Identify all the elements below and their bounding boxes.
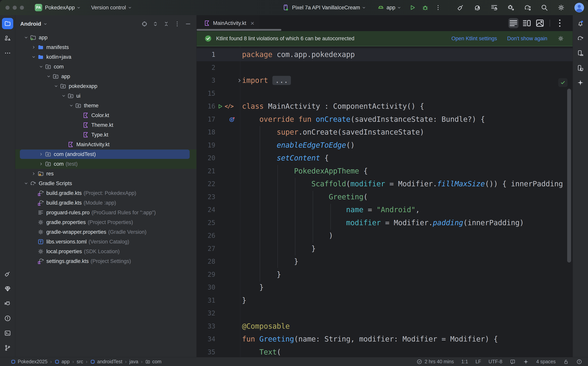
gemini-button[interactable] [575,77,586,88]
breadcrumb-item[interactable]: src [77,359,83,365]
editor-tab[interactable]: MainActivity.kt × [197,15,259,31]
tree-item[interactable]: gradle.properties(Project Properties) [15,217,196,227]
terminal-button[interactable] [2,328,13,339]
expand-all-button[interactable] [152,21,159,27]
line-number[interactable]: 21 [197,165,215,178]
chevron-right-icon[interactable] [30,170,37,177]
tree-item[interactable]: Type.kt [15,130,196,140]
vertical-scrollbar[interactable] [567,89,571,263]
code-line[interactable]: 1package com.app.pokedexapp [197,48,573,61]
project-view-selector[interactable]: Android [20,21,41,27]
gradle-button[interactable] [575,33,586,44]
tree-item[interactable]: Gradle Scripts [15,179,196,188]
tree-item[interactable]: manifests [15,42,196,52]
search-everywhere-button[interactable] [541,4,548,11]
line-number[interactable]: 22 [197,178,215,191]
encoding-widget[interactable]: UTF-8 [488,359,502,365]
chevron-right-icon[interactable] [37,160,45,168]
line-number[interactable]: 35 [197,346,215,357]
inspections-widget[interactable] [558,78,568,87]
inspections-status-widget[interactable] [576,359,582,365]
tree-item[interactable]: com (androidTest) [15,149,196,159]
code-line[interactable]: 30} [197,281,573,294]
code-line[interactable]: 35Text( [197,346,573,357]
chevron-down-icon[interactable] [37,63,45,70]
caret-position-widget[interactable]: 1:1 [461,359,468,365]
code-line[interactable]: 29} [197,268,573,281]
tree-item[interactable]: Color.kt [15,110,196,120]
run-configuration[interactable]: app [386,5,395,11]
chevron-down-icon[interactable] [68,102,75,109]
code-line[interactable]: 33@Composable [197,320,573,333]
tree-item[interactable]: gradle-wrapper.properties(Gradle Version… [15,227,196,237]
breadcrumb-item[interactable]: androidTest [90,359,122,365]
tree-item[interactable]: res [15,169,196,179]
line-number[interactable]: 27 [197,242,215,255]
notifications-button[interactable] [575,18,586,29]
user-avatar[interactable] [574,2,585,13]
code-line[interactable]: 34fun Greeting(name: String, modifier: M… [197,333,573,346]
code-line[interactable]: 18super.onCreate(savedInstanceState) [197,126,573,139]
line-number[interactable]: 24 [197,203,215,216]
tree-item[interactable]: build.gradle.kts(Project: PokedexApp) [15,188,196,198]
build-analyzer-button[interactable] [490,4,498,11]
logcat-button[interactable] [2,298,13,309]
code-view-button[interactable] [508,18,518,28]
code-line[interactable]: 21PokedexAppTheme { [197,165,573,178]
breadcrumb-item[interactable]: com [145,359,161,365]
code-line[interactable]: 17override fun onCreate(savedInstanceSta… [197,113,573,126]
version-control-menu[interactable]: Version control [91,5,126,11]
close-window-button[interactable] [6,6,9,10]
run-button[interactable] [408,4,416,11]
open-ktlint-settings-link[interactable]: Open Ktlint settings [452,36,497,42]
chevron-right-icon[interactable] [37,151,45,158]
more-run-options-button[interactable] [434,4,442,11]
banner-settings-icon[interactable] [557,35,564,42]
breadcrumb-item[interactable]: java [129,359,138,365]
chevron-down-icon[interactable] [22,34,30,41]
code-line[interactable]: 32 [197,307,573,320]
code-line[interactable]: 16</>class MainActivity : ComponentActiv… [197,100,573,113]
attach-debugger-button[interactable] [507,4,515,11]
code-line[interactable]: 25modifier = Modifier.padding(innerPaddi… [197,216,573,229]
chevron-down-icon[interactable] [52,83,60,90]
tree-item[interactable]: libs.versions.toml(Version Catalog) [15,237,196,247]
code-line[interactable]: 24name = "Android", [197,203,573,216]
line-number[interactable]: 16 [197,100,215,113]
maximize-window-button[interactable] [20,6,24,10]
chevron-down-icon[interactable] [22,180,30,187]
version-control-button[interactable] [2,342,13,354]
fold-region-icon[interactable] [235,77,243,84]
tree-item[interactable]: settings.gradle.kts(Project Settings) [15,256,196,266]
code-line[interactable]: 27} [197,242,573,255]
notifications-status-widget[interactable] [510,359,516,365]
settings-button[interactable] [557,4,565,11]
tree-item[interactable]: theme [15,101,196,110]
code-line[interactable]: 19enableEdgeToEdge() [197,139,573,152]
resource-manager-button[interactable] [2,33,13,44]
debug-button[interactable] [421,4,429,11]
code-line[interactable]: 26) [197,229,573,242]
tree-item[interactable]: proguard-rules.pro(ProGuard Rules for ":… [15,208,196,217]
file-lock-widget[interactable] [563,359,569,365]
device-manager-button[interactable] [575,47,586,59]
overrides-method-icon[interactable] [228,115,236,123]
line-number[interactable]: 34 [197,333,215,346]
line-number[interactable]: 3 [197,74,215,87]
code-line[interactable]: 22Scaffold(modifier = Modifier.fillMaxSi… [197,178,573,191]
editor-options-button[interactable] [555,18,565,28]
running-devices-button[interactable] [575,62,586,74]
ai-actions-button[interactable] [473,4,481,11]
tree-item[interactable]: com [15,62,196,72]
chevron-right-icon[interactable] [30,44,37,51]
more-tool-windows-button[interactable] [2,47,13,59]
chevron-down-icon[interactable] [45,73,52,80]
line-number[interactable]: 17 [197,113,215,126]
line-number[interactable]: 28 [197,255,215,268]
line-number[interactable]: 31 [197,294,215,307]
folded-imports[interactable]: ... [272,76,291,85]
tree-item[interactable]: local.properties(SDK Location) [15,247,196,256]
tree-item[interactable]: app [15,33,196,42]
gradle-sync-button[interactable] [524,4,532,11]
code-line[interactable]: 20setContent { [197,152,573,165]
